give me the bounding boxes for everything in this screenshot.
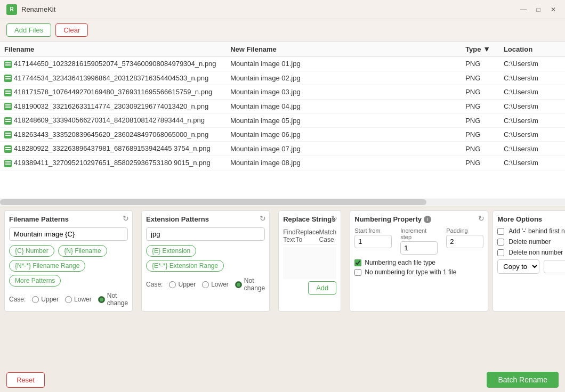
numbering-check1[interactable] bbox=[354, 259, 361, 266]
table-row[interactable]: 419389411_327095210297651_85802593675318… bbox=[0, 156, 565, 170]
more-options-check2[interactable] bbox=[497, 239, 504, 246]
cell-new-filename: Mountain image 02.jpg bbox=[226, 71, 461, 85]
close-button[interactable]: ✕ bbox=[548, 4, 559, 15]
add-replace-button[interactable]: Add bbox=[308, 281, 336, 295]
pattern-btn-number[interactable]: {C} Number bbox=[9, 245, 54, 257]
filename-case-row: Case: Upper Lower Not change bbox=[9, 292, 128, 307]
extension-patterns-panel: Extension Patterns ↻ {E} Extension {E*-*… bbox=[141, 210, 270, 312]
filename-pattern-buttons: {C} Number {N} Filename {N*-*} Filename … bbox=[9, 245, 128, 290]
table-row[interactable]: 417144650_10232816159052074_573460090808… bbox=[0, 57, 565, 71]
filename-case-notchange[interactable]: Not change bbox=[98, 292, 128, 307]
cell-location: C:\Users\m bbox=[499, 127, 565, 142]
increment-input[interactable] bbox=[400, 241, 438, 255]
more-options-check3[interactable] bbox=[497, 249, 504, 256]
numbering-title: Numbering Property bbox=[354, 215, 422, 223]
table-row[interactable]: 418263443_333520839645620_23602484970680… bbox=[0, 127, 565, 142]
ext-case-notchange[interactable]: Not change bbox=[235, 277, 265, 292]
start-from-field: Start from bbox=[354, 227, 392, 255]
more-options-check1[interactable] bbox=[497, 228, 504, 235]
cell-new-filename: Mountain image 05.jpg bbox=[226, 113, 461, 128]
maximize-button[interactable]: □ bbox=[533, 4, 544, 15]
extension-case-label: Case: bbox=[146, 281, 163, 288]
horizontal-scrollbar[interactable] bbox=[0, 199, 565, 205]
right-panels: Numbering Property i ↻ Start from Increm… bbox=[350, 210, 565, 312]
info-icon[interactable]: i bbox=[424, 216, 431, 223]
table-scroll-area[interactable]: Filename New Filename Type ▼ Location bbox=[0, 42, 565, 199]
cell-filename: 418248609_333940566270314_84208108142789… bbox=[0, 113, 226, 128]
batch-rename-button[interactable]: Batch Rename bbox=[487, 372, 559, 388]
more-options-check2-row: Delete number bbox=[497, 238, 565, 246]
filter-icon[interactable]: ▼ bbox=[483, 45, 490, 53]
app-icon: R bbox=[6, 4, 17, 15]
start-from-input[interactable] bbox=[354, 235, 392, 248]
cell-location: C:\Users\m bbox=[499, 85, 565, 100]
file-table-container: Filename New Filename Type ▼ Location bbox=[0, 41, 565, 206]
col-header-new-filename: New Filename bbox=[226, 42, 461, 57]
pattern-btn-filename[interactable]: {N} Filename bbox=[58, 245, 107, 257]
file-icon bbox=[4, 89, 12, 96]
numbering-check2-label: No numbering for type with 1 file bbox=[365, 268, 456, 276]
numbering-fields: Start from Increment step Padding bbox=[354, 227, 483, 255]
extension-patterns-refresh[interactable]: ↻ bbox=[260, 214, 266, 223]
col-header-location: Location bbox=[499, 42, 565, 57]
cell-new-filename: Mountain image 07.jpg bbox=[226, 142, 461, 156]
footer: Reset Batch Rename bbox=[0, 368, 565, 392]
extension-patterns-title: Extension Patterns bbox=[146, 215, 265, 223]
add-files-button[interactable]: Add Files bbox=[6, 23, 51, 37]
file-icon bbox=[4, 75, 12, 82]
extension-case-row: Case: Upper Lower Not change bbox=[146, 277, 265, 292]
ext-btn-extension[interactable]: {E} Extension bbox=[146, 245, 196, 257]
col-match-case: Match Case bbox=[319, 228, 337, 243]
filename-pattern-input[interactable] bbox=[9, 227, 128, 241]
copy-to-select[interactable]: Copy to bbox=[497, 259, 539, 274]
padding-input[interactable] bbox=[446, 235, 483, 248]
cell-filename: 418171578_1076449270169480_3769311695566… bbox=[0, 85, 226, 100]
extension-pattern-input[interactable] bbox=[146, 227, 265, 241]
numbering-check2-row: No numbering for type with 1 file bbox=[354, 268, 483, 276]
cell-type: PNG bbox=[461, 99, 499, 113]
table-row[interactable]: 417744534_323436413996864_20312837163544… bbox=[0, 71, 565, 85]
numbering-refresh[interactable]: ↻ bbox=[478, 214, 485, 223]
increment-label: Increment step bbox=[400, 227, 438, 240]
table-row[interactable]: 418190032_332162633114774_23030921967740… bbox=[0, 99, 565, 113]
right-panels-row: Numbering Property i ↻ Start from Increm… bbox=[350, 210, 565, 312]
pattern-btn-more[interactable]: More Patterns bbox=[9, 275, 61, 287]
col-replace-to: Replace To bbox=[296, 228, 319, 243]
pattern-btn-filename-range[interactable]: {N*-*} Filename Range bbox=[9, 260, 85, 272]
replace-strings-refresh[interactable]: ↻ bbox=[331, 214, 337, 223]
replace-table-body bbox=[283, 247, 336, 279]
filename-patterns-panel: Filename Patterns ↻ {C} Number {N} Filen… bbox=[4, 210, 133, 312]
filename-case-upper[interactable]: Upper bbox=[32, 296, 59, 303]
app-title: RenameKit bbox=[21, 5, 518, 13]
extension-pattern-buttons: {E} Extension {E*-*} Extension Range bbox=[146, 245, 265, 275]
more-options-check2-label: Delete number bbox=[509, 238, 551, 246]
table-row[interactable]: 418171578_1076449270169480_3769311695566… bbox=[0, 85, 565, 100]
copy-to-input[interactable] bbox=[544, 260, 565, 273]
file-icon bbox=[4, 117, 12, 125]
filename-patterns-refresh[interactable]: ↻ bbox=[123, 214, 129, 223]
cell-type: PNG bbox=[461, 156, 499, 170]
minimize-button[interactable]: — bbox=[518, 4, 529, 15]
cell-new-filename: Mountain image 08.jpg bbox=[226, 156, 461, 170]
cell-location: C:\Users\m bbox=[499, 156, 565, 170]
replace-strings-title: Replace Strings bbox=[283, 215, 336, 223]
cell-location: C:\Users\m bbox=[499, 71, 565, 85]
cell-location: C:\Users\m bbox=[499, 57, 565, 71]
cell-type: PNG bbox=[461, 57, 499, 71]
title-bar: R RenameKit — □ ✕ bbox=[0, 0, 565, 19]
ext-btn-extension-range[interactable]: {E*-*} Extension Range bbox=[146, 260, 224, 272]
reset-button[interactable]: Reset bbox=[6, 372, 45, 388]
cell-type: PNG bbox=[461, 142, 499, 156]
ext-case-upper[interactable]: Upper bbox=[169, 281, 196, 288]
cell-location: C:\Users\m bbox=[499, 99, 565, 113]
cell-location: C:\Users\m bbox=[499, 113, 565, 128]
more-options-check3-label: Delete non number bbox=[509, 249, 563, 256]
clear-button[interactable]: Clear bbox=[55, 23, 88, 37]
numbering-check2[interactable] bbox=[354, 269, 361, 276]
copy-to-row: Copy to Change bbox=[497, 259, 565, 274]
table-row[interactable]: 418248609_333940566270314_84208108142789… bbox=[0, 113, 565, 128]
filename-case-lower[interactable]: Lower bbox=[65, 296, 92, 303]
ext-case-lower[interactable]: Lower bbox=[202, 281, 229, 288]
table-row[interactable]: 418280922_332263896437981_68768915394244… bbox=[0, 142, 565, 156]
file-icon bbox=[4, 160, 12, 167]
